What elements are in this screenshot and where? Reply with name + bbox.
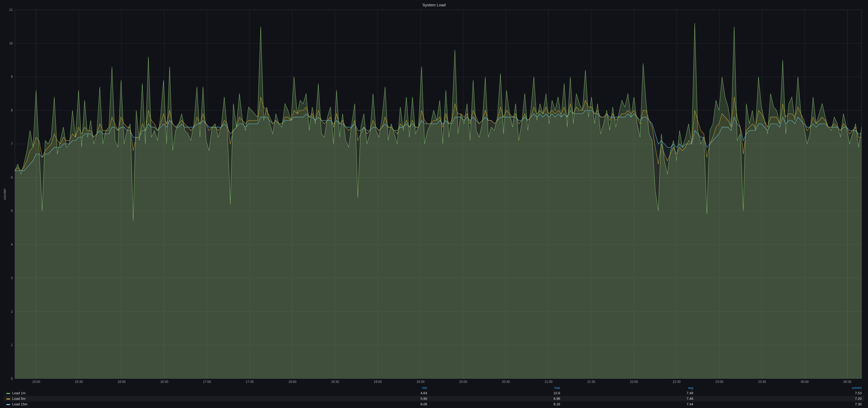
- legend-swatch: [6, 393, 10, 394]
- legend-series-label[interactable]: Load 15m: [4, 401, 297, 407]
- svg-text:0: 0: [11, 377, 13, 380]
- svg-text:1: 1: [11, 343, 13, 347]
- legend-current: 7.20: [696, 396, 864, 401]
- svg-text:15:00: 15:00: [32, 380, 40, 384]
- svg-text:00:30: 00:30: [843, 380, 851, 384]
- panel: System Load 0123456789101115:0015:3016:0…: [0, 0, 868, 408]
- svg-text:counter: counter: [3, 189, 7, 200]
- legend-col-min[interactable]: min: [297, 385, 430, 390]
- legend-col-max[interactable]: max: [430, 385, 563, 390]
- legend-max: 8.96: [430, 396, 563, 401]
- svg-text:3: 3: [11, 276, 13, 280]
- svg-text:23:30: 23:30: [758, 380, 766, 384]
- svg-text:20:00: 20:00: [459, 380, 467, 384]
- legend-row[interactable]: Load 1m4.6410.67.497.53: [4, 390, 864, 396]
- legend-swatch: [6, 399, 10, 400]
- svg-text:22:30: 22:30: [673, 380, 681, 384]
- legend: min max avg current Load 1m4.6410.67.497…: [2, 385, 866, 408]
- legend-max: 10.6: [430, 390, 563, 396]
- legend-current: 7.53: [696, 390, 864, 396]
- legend-col-current[interactable]: current: [696, 385, 864, 390]
- svg-text:6: 6: [11, 176, 13, 179]
- svg-text:21:00: 21:00: [545, 380, 553, 384]
- legend-swatch: [6, 404, 10, 405]
- svg-text:15:30: 15:30: [75, 380, 83, 384]
- legend-min: 4.64: [297, 390, 430, 396]
- legend-avg: 7.49: [563, 390, 696, 396]
- svg-text:2: 2: [11, 310, 13, 313]
- svg-text:16:00: 16:00: [118, 380, 125, 384]
- legend-spacer: [4, 385, 297, 390]
- legend-series-name: Load 15m: [12, 402, 28, 406]
- legend-max: 8.16: [430, 401, 563, 407]
- legend-series-name: Load 1m: [12, 391, 26, 395]
- panel-title[interactable]: System Load: [2, 1, 866, 8]
- legend-series-label[interactable]: Load 1m: [4, 390, 297, 396]
- svg-text:22:00: 22:00: [630, 380, 638, 384]
- svg-text:7: 7: [11, 142, 13, 146]
- legend-min: 5.90: [297, 396, 430, 401]
- svg-text:18:00: 18:00: [288, 380, 296, 384]
- svg-text:16:30: 16:30: [160, 380, 168, 384]
- svg-text:17:00: 17:00: [203, 380, 211, 384]
- legend-current: 7.30: [696, 401, 864, 407]
- legend-series-name: Load 5m: [12, 397, 26, 401]
- legend-avg: 7.46: [563, 396, 696, 401]
- svg-text:00:00: 00:00: [801, 380, 809, 384]
- series-area-load-15m: [15, 110, 862, 379]
- svg-text:17:30: 17:30: [246, 380, 254, 384]
- svg-text:5: 5: [11, 209, 13, 213]
- legend-row[interactable]: Load 5m5.908.967.467.20: [4, 396, 864, 401]
- legend-avg: 7.44: [563, 401, 696, 407]
- svg-text:9: 9: [11, 75, 13, 78]
- legend-min: 6.06: [297, 401, 430, 407]
- svg-text:19:00: 19:00: [374, 380, 382, 384]
- svg-text:21:30: 21:30: [587, 380, 595, 384]
- svg-text:20:30: 20:30: [502, 380, 510, 384]
- svg-text:19:30: 19:30: [416, 380, 425, 384]
- svg-text:11: 11: [9, 8, 13, 12]
- legend-col-avg[interactable]: avg: [563, 385, 696, 390]
- svg-text:10: 10: [9, 41, 13, 45]
- svg-text:23:00: 23:00: [715, 380, 723, 384]
- svg-text:4: 4: [11, 243, 13, 246]
- legend-series-label[interactable]: Load 5m: [4, 396, 297, 401]
- svg-text:18:30: 18:30: [331, 380, 339, 384]
- legend-row[interactable]: Load 15m6.068.167.447.30: [4, 401, 864, 407]
- svg-text:8: 8: [11, 108, 13, 112]
- chart-area[interactable]: 0123456789101115:0015:3016:0016:3017:001…: [2, 8, 866, 385]
